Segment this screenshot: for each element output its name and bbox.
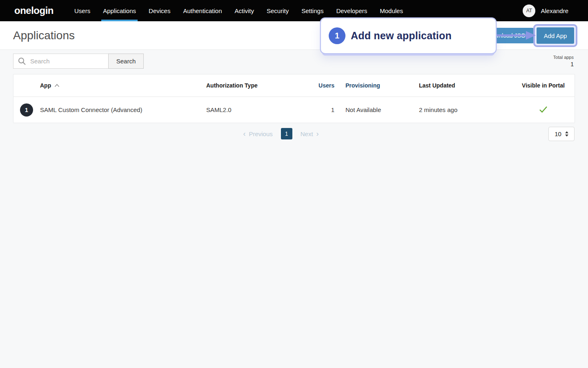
- applications-table: App Authorization Type Users Provisionin…: [13, 74, 575, 123]
- search-input[interactable]: [13, 54, 108, 69]
- nav-item-devices[interactable]: Devices: [149, 0, 170, 21]
- users-count-cell: 1: [298, 106, 334, 113]
- pagination: ‹ Previous 1 Next ›: [0, 128, 588, 139]
- search-row: Search: [13, 54, 144, 69]
- nav-item-applications[interactable]: Applications: [103, 0, 136, 21]
- avatar[interactable]: AT: [523, 4, 535, 17]
- column-header-authorization-type[interactable]: Authorization Type: [206, 82, 298, 89]
- previous-page-button[interactable]: ‹ Previous: [243, 130, 272, 137]
- nav-item-security[interactable]: Security: [267, 0, 289, 21]
- column-header-users[interactable]: Users: [298, 82, 334, 89]
- current-page-button[interactable]: 1: [281, 128, 292, 139]
- page-size-value: 10: [555, 130, 561, 137]
- tour-arrow-icon: [490, 30, 536, 40]
- user-name: Alexandre: [541, 7, 568, 14]
- next-page-button[interactable]: Next ›: [301, 130, 319, 137]
- total-apps-value: 1: [553, 61, 574, 67]
- app-cell: 1 SAML Custom Connector (Advanced): [13, 103, 206, 117]
- check-icon: [539, 106, 548, 113]
- sort-ascending-icon: [54, 84, 60, 87]
- previous-label: Previous: [249, 130, 272, 137]
- page-title: Applications: [13, 21, 75, 49]
- app-icon: 1: [20, 103, 33, 117]
- onelogin-logo[interactable]: onelogin: [14, 5, 53, 16]
- next-label: Next: [301, 130, 313, 137]
- add-app-button[interactable]: Add App: [537, 27, 574, 44]
- column-header-app[interactable]: App: [13, 82, 206, 89]
- top-nav: onelogin Users Applications Devices Auth…: [0, 0, 588, 21]
- column-header-visible-in-portal[interactable]: Visible in Portal: [511, 82, 575, 89]
- table-header-row: App Authorization Type Users Provisionin…: [13, 74, 575, 96]
- total-apps: Total apps 1: [553, 55, 574, 67]
- nav-item-authentication[interactable]: Authentication: [183, 0, 222, 21]
- search-button[interactable]: Search: [108, 54, 144, 69]
- tour-callout: 1 Add new application: [321, 18, 496, 53]
- search-box: [13, 54, 108, 69]
- visible-in-portal-cell: [511, 106, 575, 114]
- spinner-arrows-icon: [565, 131, 568, 137]
- last-updated-cell: 2 minutes ago: [419, 106, 511, 113]
- add-app-highlight-ring: Add App: [533, 24, 577, 47]
- app-name: SAML Custom Connector (Advanced): [40, 106, 142, 113]
- chevron-right-icon: ›: [316, 130, 319, 137]
- nav-item-activity[interactable]: Activity: [234, 0, 254, 21]
- column-header-last-updated[interactable]: Last Updated: [419, 82, 511, 89]
- nav-item-users[interactable]: Users: [74, 0, 90, 21]
- column-header-provisioning[interactable]: Provisioning: [334, 82, 419, 89]
- authorization-type-cell: SAML2.0: [206, 106, 298, 113]
- search-icon: [18, 57, 26, 65]
- user-menu[interactable]: AT Alexandre: [523, 4, 568, 17]
- page-size-selector[interactable]: 10: [548, 127, 575, 141]
- nav-item-settings[interactable]: Settings: [301, 0, 323, 21]
- column-header-app-label: App: [40, 82, 51, 89]
- chevron-left-icon: ‹: [243, 130, 245, 137]
- total-apps-label: Total apps: [553, 55, 574, 60]
- applications-page: onelogin Users Applications Devices Auth…: [0, 0, 588, 368]
- table-row[interactable]: 1 SAML Custom Connector (Advanced) SAML2…: [13, 96, 575, 123]
- tour-callout-text: Add new application: [351, 30, 452, 42]
- tour-step-badge: 1: [329, 27, 345, 44]
- provisioning-cell: Not Available: [334, 106, 419, 113]
